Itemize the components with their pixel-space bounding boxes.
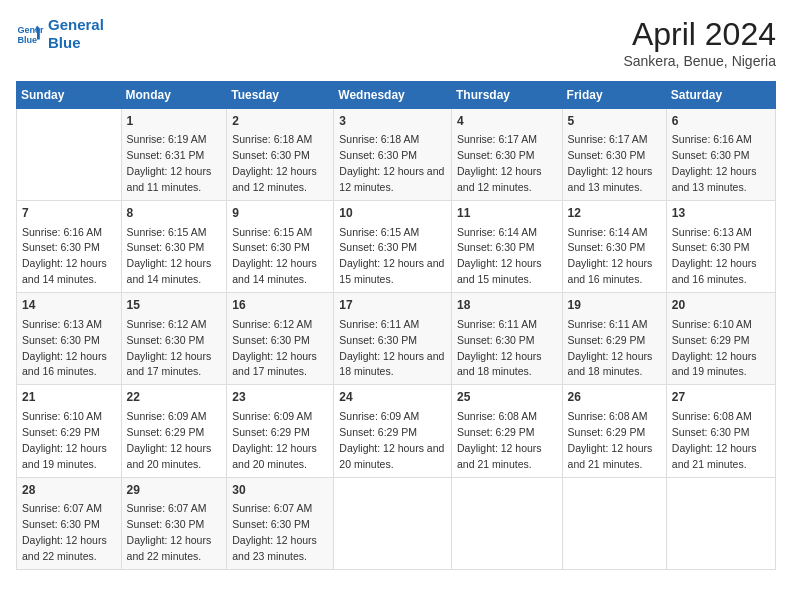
day-info: Sunrise: 6:09 AMSunset: 6:29 PMDaylight:… [339, 410, 444, 470]
day-number: 17 [339, 297, 446, 314]
calendar-cell: 15Sunrise: 6:12 AMSunset: 6:30 PMDayligh… [121, 293, 227, 385]
day-number: 3 [339, 113, 446, 130]
day-info: Sunrise: 6:09 AMSunset: 6:29 PMDaylight:… [127, 410, 212, 470]
day-info: Sunrise: 6:19 AMSunset: 6:31 PMDaylight:… [127, 133, 212, 193]
title-block: April 2024 Sankera, Benue, Nigeria [623, 16, 776, 69]
day-info: Sunrise: 6:10 AMSunset: 6:29 PMDaylight:… [22, 410, 107, 470]
day-number: 27 [672, 389, 770, 406]
day-number: 14 [22, 297, 116, 314]
day-info: Sunrise: 6:17 AMSunset: 6:30 PMDaylight:… [457, 133, 542, 193]
day-number: 9 [232, 205, 328, 222]
calendar-cell: 13Sunrise: 6:13 AMSunset: 6:30 PMDayligh… [666, 201, 775, 293]
calendar-cell: 2Sunrise: 6:18 AMSunset: 6:30 PMDaylight… [227, 109, 334, 201]
day-info: Sunrise: 6:15 AMSunset: 6:30 PMDaylight:… [339, 226, 444, 286]
day-number: 4 [457, 113, 557, 130]
calendar-cell [451, 477, 562, 569]
day-number: 7 [22, 205, 116, 222]
day-info: Sunrise: 6:18 AMSunset: 6:30 PMDaylight:… [339, 133, 444, 193]
svg-text:General: General [17, 25, 44, 35]
logo: General Blue General Blue [16, 16, 104, 52]
calendar-table: SundayMondayTuesdayWednesdayThursdayFrid… [16, 81, 776, 570]
page-header: General Blue General Blue April 2024 San… [16, 16, 776, 69]
col-header-wednesday: Wednesday [334, 82, 452, 109]
day-info: Sunrise: 6:13 AMSunset: 6:30 PMDaylight:… [22, 318, 107, 378]
calendar-cell: 25Sunrise: 6:08 AMSunset: 6:29 PMDayligh… [451, 385, 562, 477]
col-header-saturday: Saturday [666, 82, 775, 109]
day-info: Sunrise: 6:11 AMSunset: 6:30 PMDaylight:… [339, 318, 444, 378]
calendar-cell: 21Sunrise: 6:10 AMSunset: 6:29 PMDayligh… [17, 385, 122, 477]
day-number: 11 [457, 205, 557, 222]
day-info: Sunrise: 6:18 AMSunset: 6:30 PMDaylight:… [232, 133, 317, 193]
col-header-tuesday: Tuesday [227, 82, 334, 109]
day-info: Sunrise: 6:14 AMSunset: 6:30 PMDaylight:… [568, 226, 653, 286]
calendar-cell: 27Sunrise: 6:08 AMSunset: 6:30 PMDayligh… [666, 385, 775, 477]
calendar-cell: 30Sunrise: 6:07 AMSunset: 6:30 PMDayligh… [227, 477, 334, 569]
calendar-cell: 8Sunrise: 6:15 AMSunset: 6:30 PMDaylight… [121, 201, 227, 293]
day-number: 2 [232, 113, 328, 130]
day-number: 12 [568, 205, 661, 222]
col-header-friday: Friday [562, 82, 666, 109]
day-info: Sunrise: 6:08 AMSunset: 6:29 PMDaylight:… [568, 410, 653, 470]
calendar-cell [17, 109, 122, 201]
day-number: 1 [127, 113, 222, 130]
day-info: Sunrise: 6:12 AMSunset: 6:30 PMDaylight:… [127, 318, 212, 378]
svg-text:Blue: Blue [17, 35, 37, 45]
calendar-cell: 5Sunrise: 6:17 AMSunset: 6:30 PMDaylight… [562, 109, 666, 201]
calendar-cell: 22Sunrise: 6:09 AMSunset: 6:29 PMDayligh… [121, 385, 227, 477]
day-info: Sunrise: 6:09 AMSunset: 6:29 PMDaylight:… [232, 410, 317, 470]
calendar-cell: 9Sunrise: 6:15 AMSunset: 6:30 PMDaylight… [227, 201, 334, 293]
day-info: Sunrise: 6:11 AMSunset: 6:29 PMDaylight:… [568, 318, 653, 378]
day-info: Sunrise: 6:07 AMSunset: 6:30 PMDaylight:… [127, 502, 212, 562]
calendar-cell: 29Sunrise: 6:07 AMSunset: 6:30 PMDayligh… [121, 477, 227, 569]
day-number: 15 [127, 297, 222, 314]
day-number: 24 [339, 389, 446, 406]
calendar-cell [666, 477, 775, 569]
calendar-cell: 19Sunrise: 6:11 AMSunset: 6:29 PMDayligh… [562, 293, 666, 385]
col-header-sunday: Sunday [17, 82, 122, 109]
calendar-cell: 10Sunrise: 6:15 AMSunset: 6:30 PMDayligh… [334, 201, 452, 293]
calendar-cell: 23Sunrise: 6:09 AMSunset: 6:29 PMDayligh… [227, 385, 334, 477]
col-header-monday: Monday [121, 82, 227, 109]
day-info: Sunrise: 6:15 AMSunset: 6:30 PMDaylight:… [232, 226, 317, 286]
day-number: 5 [568, 113, 661, 130]
day-number: 28 [22, 482, 116, 499]
calendar-cell: 17Sunrise: 6:11 AMSunset: 6:30 PMDayligh… [334, 293, 452, 385]
calendar-cell: 16Sunrise: 6:12 AMSunset: 6:30 PMDayligh… [227, 293, 334, 385]
day-number: 26 [568, 389, 661, 406]
day-info: Sunrise: 6:11 AMSunset: 6:30 PMDaylight:… [457, 318, 542, 378]
calendar-cell: 18Sunrise: 6:11 AMSunset: 6:30 PMDayligh… [451, 293, 562, 385]
day-info: Sunrise: 6:10 AMSunset: 6:29 PMDaylight:… [672, 318, 757, 378]
day-info: Sunrise: 6:16 AMSunset: 6:30 PMDaylight:… [672, 133, 757, 193]
day-number: 19 [568, 297, 661, 314]
calendar-cell: 20Sunrise: 6:10 AMSunset: 6:29 PMDayligh… [666, 293, 775, 385]
day-info: Sunrise: 6:17 AMSunset: 6:30 PMDaylight:… [568, 133, 653, 193]
calendar-cell: 4Sunrise: 6:17 AMSunset: 6:30 PMDaylight… [451, 109, 562, 201]
calendar-cell: 11Sunrise: 6:14 AMSunset: 6:30 PMDayligh… [451, 201, 562, 293]
col-header-thursday: Thursday [451, 82, 562, 109]
location-subtitle: Sankera, Benue, Nigeria [623, 53, 776, 69]
day-number: 30 [232, 482, 328, 499]
day-number: 29 [127, 482, 222, 499]
day-number: 13 [672, 205, 770, 222]
day-number: 23 [232, 389, 328, 406]
calendar-cell: 24Sunrise: 6:09 AMSunset: 6:29 PMDayligh… [334, 385, 452, 477]
day-number: 10 [339, 205, 446, 222]
day-info: Sunrise: 6:15 AMSunset: 6:30 PMDaylight:… [127, 226, 212, 286]
day-number: 16 [232, 297, 328, 314]
calendar-cell: 6Sunrise: 6:16 AMSunset: 6:30 PMDaylight… [666, 109, 775, 201]
calendar-cell [334, 477, 452, 569]
calendar-cell: 26Sunrise: 6:08 AMSunset: 6:29 PMDayligh… [562, 385, 666, 477]
day-info: Sunrise: 6:13 AMSunset: 6:30 PMDaylight:… [672, 226, 757, 286]
day-info: Sunrise: 6:12 AMSunset: 6:30 PMDaylight:… [232, 318, 317, 378]
day-number: 20 [672, 297, 770, 314]
day-number: 25 [457, 389, 557, 406]
calendar-cell: 28Sunrise: 6:07 AMSunset: 6:30 PMDayligh… [17, 477, 122, 569]
logo-text: General Blue [48, 16, 104, 52]
calendar-cell: 3Sunrise: 6:18 AMSunset: 6:30 PMDaylight… [334, 109, 452, 201]
calendar-cell: 7Sunrise: 6:16 AMSunset: 6:30 PMDaylight… [17, 201, 122, 293]
calendar-cell [562, 477, 666, 569]
day-info: Sunrise: 6:16 AMSunset: 6:30 PMDaylight:… [22, 226, 107, 286]
day-number: 18 [457, 297, 557, 314]
day-number: 22 [127, 389, 222, 406]
day-number: 6 [672, 113, 770, 130]
